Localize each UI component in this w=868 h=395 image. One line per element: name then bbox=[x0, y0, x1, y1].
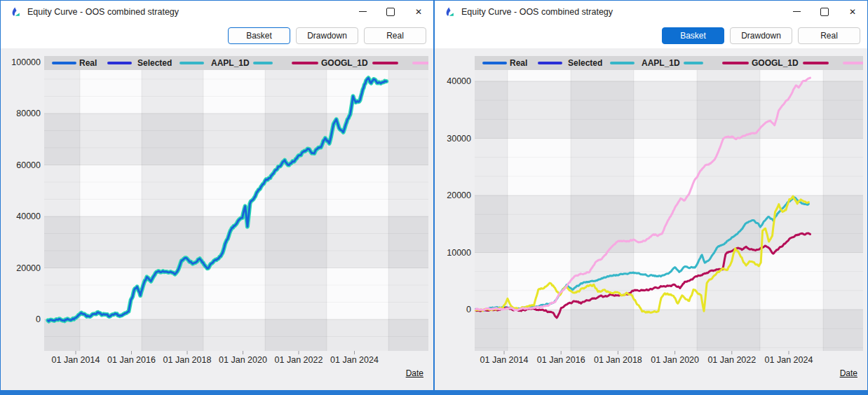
x-axis-tick-label: 01 Jan 2018 bbox=[156, 354, 219, 366]
minimize-icon bbox=[793, 11, 801, 12]
basket-button[interactable]: Basket bbox=[662, 27, 724, 44]
maximize-icon bbox=[820, 8, 829, 16]
maximize-button[interactable] bbox=[377, 1, 405, 22]
close-button[interactable]: ✕ bbox=[839, 1, 867, 22]
minimize-button[interactable] bbox=[782, 1, 811, 22]
legend-swatch bbox=[684, 62, 703, 64]
legend-label: Selected bbox=[137, 58, 172, 68]
minimize-icon bbox=[359, 11, 367, 12]
legend-swatch bbox=[372, 62, 398, 64]
y-axis-tick-label: 40000 bbox=[436, 76, 471, 87]
plot-area bbox=[44, 56, 428, 351]
legend-swatch bbox=[107, 62, 132, 64]
titlebar[interactable]: Equity Curve - OOS combined strategy ✕ bbox=[435, 1, 867, 23]
minimize-button[interactable] bbox=[348, 1, 377, 22]
legend-swatch bbox=[803, 62, 829, 64]
maximize-button[interactable] bbox=[811, 1, 839, 22]
chart-legend: RealSelectedAAPL_1DGOOGL_1D bbox=[44, 56, 428, 70]
legend-label: AAPL_1D bbox=[642, 58, 680, 68]
close-icon: ✕ bbox=[849, 8, 856, 16]
equity-chart-real: RealSelectedAAPL_1DGOOGL_1D Date 0200004… bbox=[1, 48, 433, 390]
app-logo-icon bbox=[444, 6, 455, 18]
legend-label: Real bbox=[79, 58, 97, 68]
x-axis-tick-label: 01 Jan 2016 bbox=[100, 354, 163, 366]
view-toggle-group: Basket Drawdown Real bbox=[228, 27, 426, 44]
y-axis-tick-label: 40000 bbox=[6, 211, 41, 222]
close-button[interactable]: ✕ bbox=[405, 1, 433, 22]
plot-area bbox=[475, 56, 863, 351]
window-title: Equity Curve - OOS combined strategy bbox=[27, 7, 179, 17]
legend-label: GOOGL_1D bbox=[321, 58, 368, 68]
drawdown-button[interactable]: Drawdown bbox=[296, 27, 358, 44]
x-axis-tick-label: 01 Jan 2014 bbox=[44, 354, 107, 366]
y-axis-tick-label: 80000 bbox=[6, 108, 41, 119]
window-title: Equity Curve - OOS combined strategy bbox=[461, 7, 613, 17]
y-axis-tick-label: 0 bbox=[436, 304, 471, 315]
legend-swatch bbox=[843, 62, 863, 64]
chart-legend: RealSelectedAAPL_1DGOOGL_1D bbox=[475, 56, 863, 70]
x-axis-tick-label: 01 Jan 2024 bbox=[757, 354, 820, 366]
y-axis-tick-label: 60000 bbox=[6, 160, 41, 171]
legend-swatch bbox=[538, 62, 562, 64]
close-icon: ✕ bbox=[415, 8, 422, 16]
y-axis-tick-label: 10000 bbox=[436, 247, 471, 258]
legend-label: Selected bbox=[568, 58, 602, 68]
y-axis-tick-label: 0 bbox=[6, 314, 41, 325]
window-controls: ✕ bbox=[348, 1, 433, 22]
equity-curve-plot[interactable] bbox=[1, 48, 433, 390]
x-axis-tick-label: 01 Jan 2022 bbox=[267, 354, 330, 366]
maximize-icon bbox=[386, 8, 395, 16]
y-axis-tick-label: 20000 bbox=[436, 190, 471, 201]
x-axis-tick-label: 01 Jan 2020 bbox=[212, 354, 275, 366]
drawdown-button[interactable]: Drawdown bbox=[730, 27, 792, 44]
legend-swatch bbox=[179, 62, 204, 64]
x-axis-tick-label: 01 Jan 2014 bbox=[473, 354, 536, 366]
legend-label: AAPL_1D bbox=[211, 58, 250, 68]
basket-button[interactable]: Basket bbox=[228, 27, 290, 44]
equity-chart-basket: RealSelectedAAPL_1DGOOGL_1D Date 0100002… bbox=[435, 48, 867, 390]
x-axis-tick-label: 01 Jan 2020 bbox=[644, 354, 707, 366]
x-axis-tick-label: 01 Jan 2024 bbox=[323, 354, 386, 366]
real-button[interactable]: Real bbox=[798, 27, 860, 44]
x-axis-title[interactable]: Date bbox=[840, 368, 857, 378]
x-axis-title[interactable]: Date bbox=[406, 368, 423, 378]
equity-curve-plot[interactable] bbox=[435, 48, 867, 390]
y-axis-tick-label: 100000 bbox=[6, 57, 41, 68]
legend-swatch bbox=[52, 62, 76, 64]
legend-swatch bbox=[610, 62, 635, 64]
window-controls: ✕ bbox=[782, 1, 867, 22]
screen: Equity Curve - OOS combined strategy ✕ B… bbox=[0, 0, 868, 395]
y-axis-tick-label: 20000 bbox=[6, 263, 41, 274]
legend-swatch bbox=[482, 62, 507, 64]
legend-swatch bbox=[292, 62, 318, 64]
x-axis-tick-label: 01 Jan 2022 bbox=[700, 354, 764, 366]
x-axis-tick-label: 01 Jan 2016 bbox=[529, 354, 592, 366]
real-button[interactable]: Real bbox=[364, 27, 426, 44]
legend-swatch bbox=[253, 62, 273, 64]
y-axis-tick-label: 30000 bbox=[436, 133, 471, 144]
window-real-equity: Equity Curve - OOS combined strategy ✕ B… bbox=[0, 0, 434, 395]
x-axis-tick-label: 01 Jan 2018 bbox=[586, 354, 649, 366]
legend-label: GOOGL_1D bbox=[752, 58, 799, 68]
legend-label: Real bbox=[510, 58, 527, 68]
titlebar[interactable]: Equity Curve - OOS combined strategy ✕ bbox=[1, 1, 433, 23]
view-toggle-group: Basket Drawdown Real bbox=[662, 27, 860, 44]
app-logo-icon bbox=[10, 6, 21, 18]
window-basket-equity: Equity Curve - OOS combined strategy ✕ B… bbox=[434, 0, 868, 395]
legend-swatch bbox=[412, 62, 428, 64]
legend-swatch bbox=[722, 62, 749, 64]
